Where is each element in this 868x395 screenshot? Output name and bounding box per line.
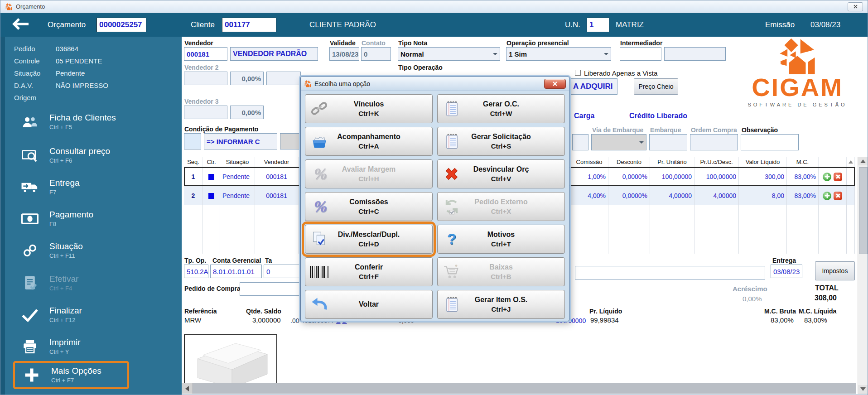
dialog-button-acompanhamento[interactable]: AcompanhamentoCtrl+A bbox=[305, 127, 433, 156]
cell-comissao: 1,00% bbox=[570, 167, 608, 186]
sidebar-item-pagamento[interactable]: PagamentoF8 bbox=[13, 205, 129, 232]
vendedor2-name-field[interactable] bbox=[266, 72, 301, 85]
scroll-down-icon[interactable] bbox=[858, 385, 868, 393]
col-desconto[interactable]: Desconto bbox=[608, 157, 650, 167]
preco-cheio-button[interactable]: Preço Cheio bbox=[634, 78, 678, 95]
cell-mc: 83,00% bbox=[787, 167, 819, 186]
embarque-field[interactable] bbox=[649, 134, 687, 150]
conta-gerencial-field[interactable]: 8.01.01.01.01 bbox=[210, 265, 262, 278]
col-vendedor[interactable]: Vendedor bbox=[255, 157, 299, 167]
cliente-code-field[interactable]: 001177 bbox=[222, 18, 276, 32]
scroll-left-icon[interactable] bbox=[182, 383, 193, 394]
col-valor-liquido[interactable]: Valor Líquido bbox=[739, 157, 787, 167]
vendedor-code-field[interactable]: 000181 bbox=[184, 47, 227, 61]
observacao-field[interactable] bbox=[741, 134, 799, 150]
vendedor2-code-field[interactable] bbox=[184, 72, 227, 85]
dialog-button-motivos[interactable]: ? MotivosCtrl+T bbox=[437, 225, 565, 254]
sidebar-item-shortcut: Ctrl + F6 bbox=[49, 157, 72, 164]
orcamento-number-field[interactable]: 0000025257 bbox=[96, 18, 146, 32]
dialog-button-desvincular-orc[interactable]: Desvincular OrçCtrl+V bbox=[437, 159, 565, 188]
tp-op-field[interactable]: 510.2A bbox=[184, 265, 208, 278]
impostos-button[interactable]: Impostos bbox=[815, 261, 855, 280]
vertical-scrollbar[interactable] bbox=[858, 157, 868, 394]
operacao-presencial-select[interactable]: 1 Sim bbox=[506, 47, 611, 61]
liberado-checkbox[interactable] bbox=[575, 70, 581, 76]
info-pedido: Pedido036864 bbox=[14, 45, 78, 53]
vendedor3-code-field[interactable] bbox=[184, 106, 227, 119]
printer-icon bbox=[19, 339, 40, 354]
horizontal-scrollbar[interactable] bbox=[182, 383, 856, 394]
dialog-button-conferir[interactable]: ConferirCtrl+F bbox=[305, 257, 433, 286]
sidebar-item-label: Mais Opções bbox=[51, 366, 101, 376]
window-close-button[interactable] bbox=[848, 2, 863, 11]
vertical-scroll-thumb[interactable] bbox=[859, 167, 868, 254]
entrega-field[interactable]: 03/08/23 bbox=[771, 265, 802, 278]
ctr-square-icon bbox=[208, 174, 214, 180]
col-mc[interactable]: M.C. bbox=[787, 157, 819, 167]
contato-field[interactable]: 0 bbox=[361, 47, 391, 61]
cigam-logo-text: CIGAM bbox=[729, 75, 866, 100]
sidebar-item-finalizar[interactable]: FinalizarCtrl + F12 bbox=[13, 301, 129, 328]
un-label: U.N. bbox=[565, 20, 580, 29]
col-ctr[interactable]: Ctr. bbox=[203, 157, 220, 167]
dialog-button-gerar-oc[interactable]: Gerar O.C.Ctrl+W bbox=[437, 94, 565, 123]
dialog-button-voltar[interactable]: Voltar bbox=[305, 290, 433, 319]
condicao-desc-field[interactable]: => INFORMAR C bbox=[204, 133, 277, 149]
sidebar-item-situacao[interactable]: SituaçãoCtrl + F11 bbox=[13, 237, 129, 264]
intermediador-name-field[interactable] bbox=[664, 47, 726, 61]
add-row-icon[interactable] bbox=[823, 173, 831, 181]
dialog-button-gerar-item-os[interactable]: Gerar Item O.S.Ctrl+J bbox=[437, 290, 565, 319]
table-scroll-up[interactable] bbox=[847, 157, 855, 167]
dialog-close-button[interactable] bbox=[544, 79, 566, 89]
observacao-label: Observação bbox=[742, 126, 778, 134]
intermediador-code-field[interactable] bbox=[620, 47, 661, 61]
sidebar-item-shortcut: Ctrl + F4 bbox=[49, 285, 72, 292]
scroll-up-icon[interactable] bbox=[858, 157, 868, 165]
back-button[interactable] bbox=[10, 17, 29, 33]
dialog-button-comissoes[interactable]: % ComissõesCtrl+C bbox=[305, 192, 433, 221]
pedido-compra-field[interactable] bbox=[240, 282, 301, 296]
validade-field[interactable]: 13/08/23 bbox=[329, 47, 359, 61]
cell-pr-unitario: 100,00000 bbox=[650, 167, 694, 186]
via-embarque-select[interactable] bbox=[591, 134, 646, 150]
via-embarque-label: Via de Embarque bbox=[592, 126, 643, 134]
vendedor-name-field[interactable]: VENDEDOR PADRÃO bbox=[230, 47, 318, 61]
dialog-button-div-mesclar-dupl[interactable]: Div./Mesclar/Dupl.Ctrl+D bbox=[305, 225, 433, 254]
col-seq[interactable]: Seq. bbox=[184, 157, 203, 167]
tipo-nota-select[interactable]: Normal bbox=[398, 47, 500, 61]
dialog-button-gerar-solicitacao[interactable]: Gerar SolicitaçãoCtrl+S bbox=[437, 127, 565, 156]
cell-valor-liquido: 8,00 bbox=[739, 186, 787, 205]
sidebar-item-label: Pagamento bbox=[49, 210, 93, 219]
vendedor2-pct-field[interactable]: 0,00% bbox=[230, 72, 264, 85]
ordem-compra-field[interactable] bbox=[690, 134, 738, 150]
sidebar-item-imprimir[interactable]: ImprimirCtrl + Y bbox=[13, 333, 129, 360]
chain-link-icon bbox=[19, 244, 40, 257]
cigam-logo-tagline: SOFTWARE DE GESTÃO bbox=[729, 102, 866, 107]
carga-link[interactable]: Carga bbox=[574, 112, 594, 120]
sidebar-item-mais-opcoes[interactable]: Mais OpçõesCtrl + F7 bbox=[13, 361, 129, 389]
sidebar-item-ficha-de-clientes[interactable]: Ficha de ClientesCtrl + F5 bbox=[13, 108, 129, 135]
cell-ctr bbox=[203, 186, 220, 205]
un-field[interactable]: 1 bbox=[587, 18, 609, 32]
condicao-code-field[interactable] bbox=[184, 133, 201, 149]
vendedor3-pct-field[interactable]: 0,00% bbox=[230, 106, 264, 119]
horizontal-scroll-thumb[interactable] bbox=[193, 383, 856, 394]
col-comissao[interactable]: Comissão bbox=[570, 157, 608, 167]
tabela-field[interactable]: 0 bbox=[264, 265, 301, 278]
col-pr-unitario[interactable]: Pr. Unitário bbox=[650, 157, 694, 167]
col-situacao[interactable]: Situação bbox=[220, 157, 255, 167]
dialog-button-vinculos[interactable]: VínculosCtrl+K bbox=[305, 94, 433, 123]
sidebar-item-consultar-preco[interactable]: Consultar preçoCtrl + F6 bbox=[13, 142, 129, 169]
cigam-logo-icon bbox=[729, 38, 866, 76]
sidebar-item-entrega[interactable]: EntregaF7 bbox=[13, 173, 129, 201]
emissao-value: 03/08/23 bbox=[810, 20, 840, 29]
delete-row-icon[interactable] bbox=[834, 173, 842, 181]
sidebar-item-label: Finalizar bbox=[49, 306, 82, 315]
credito-liberado-link[interactable]: Crédito Liberado bbox=[629, 112, 687, 120]
embarque-code-field[interactable] bbox=[572, 134, 588, 150]
cart-icon bbox=[442, 262, 461, 281]
descricao-field[interactable] bbox=[575, 266, 765, 279]
col-pr-desc[interactable]: Pr.U.c/Desc. bbox=[694, 157, 739, 167]
delete-row-icon[interactable] bbox=[834, 192, 842, 200]
add-row-icon[interactable] bbox=[823, 192, 831, 200]
